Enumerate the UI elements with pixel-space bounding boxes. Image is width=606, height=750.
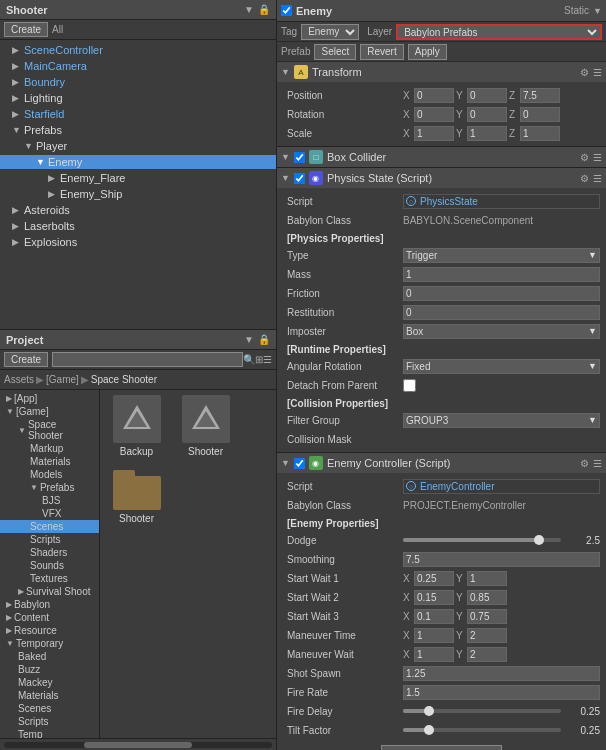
atree-vfx[interactable]: VFX bbox=[0, 507, 99, 520]
position-x-input[interactable] bbox=[414, 88, 454, 103]
breadcrumb-spaceshooter[interactable]: Space Shooter bbox=[91, 374, 157, 385]
hierarchy-item-explosions[interactable]: ▶Explosions bbox=[0, 234, 276, 250]
add-component-button[interactable]: Add Component bbox=[381, 745, 503, 750]
atree-tmp-materials[interactable]: Materials bbox=[0, 689, 99, 702]
rotation-z-input[interactable] bbox=[520, 107, 560, 122]
hierarchy-item-asteroids[interactable]: ▶Asteroids bbox=[0, 202, 276, 218]
hierarchy-item-starfield[interactable]: ▶Starfield bbox=[0, 106, 276, 122]
view-toggle-icon[interactable]: ⊞ bbox=[255, 354, 263, 365]
project-search-input[interactable] bbox=[52, 352, 243, 367]
atree-markup[interactable]: Markup bbox=[0, 442, 99, 455]
transform-menu[interactable]: ☰ bbox=[593, 67, 602, 78]
hierarchy-item-enemy-ship[interactable]: ▶Enemy_Ship bbox=[0, 186, 276, 202]
ec-dodge-thumb[interactable] bbox=[534, 535, 544, 545]
ec-tiltfactor-thumb[interactable] bbox=[424, 725, 434, 735]
hierarchy-item-enemy[interactable]: ▼Enemy bbox=[0, 154, 276, 170]
atree-bjs[interactable]: BJS bbox=[0, 494, 99, 507]
atree-temporary[interactable]: ▼ Temporary bbox=[0, 637, 99, 650]
atree-buzz[interactable]: Buzz bbox=[0, 663, 99, 676]
breadcrumb-assets[interactable]: Assets bbox=[4, 374, 34, 385]
hierarchy-minimize[interactable]: ▼ bbox=[244, 4, 254, 15]
atree-tmp-scenes[interactable]: Scenes bbox=[0, 702, 99, 715]
prefab-select-button[interactable]: Select bbox=[314, 44, 356, 60]
project-create-button[interactable]: Create bbox=[4, 352, 48, 367]
physics-state-menu[interactable]: ☰ bbox=[593, 173, 602, 184]
atree-spaceshooter[interactable]: ▼ Space Shooter bbox=[0, 418, 99, 442]
ps-friction-input[interactable] bbox=[403, 286, 600, 301]
ps-filtergroup-dropdown[interactable]: GROUP3▼ bbox=[403, 413, 600, 428]
hierarchy-item-laserbolts[interactable]: ▶Laserbolts bbox=[0, 218, 276, 234]
ec-sw3-y-input[interactable] bbox=[467, 609, 507, 624]
breadcrumb-game[interactable]: [Game] bbox=[46, 374, 79, 385]
ec-mw-x-input[interactable] bbox=[414, 647, 454, 662]
physics-state-gear[interactable]: ⚙ bbox=[580, 173, 589, 184]
inspector-static-dropdown[interactable]: ▼ bbox=[593, 6, 602, 16]
atree-app[interactable]: ▶ [App] bbox=[0, 392, 99, 405]
ec-shotspawn-input[interactable] bbox=[403, 666, 600, 681]
enemy-controller-checkbox[interactable] bbox=[294, 458, 305, 469]
scale-x-input[interactable] bbox=[414, 126, 454, 141]
asset-shooter-folder[interactable]: Shooter bbox=[104, 461, 169, 524]
box-collider-gear[interactable]: ⚙ bbox=[580, 152, 589, 163]
atree-models[interactable]: Models bbox=[0, 468, 99, 481]
box-collider-menu[interactable]: ☰ bbox=[593, 152, 602, 163]
scale-z-input[interactable] bbox=[520, 126, 560, 141]
ec-sw2-x-input[interactable] bbox=[414, 590, 454, 605]
project-minimize[interactable]: ▼ bbox=[244, 334, 254, 345]
ec-sw1-x-input[interactable] bbox=[414, 571, 454, 586]
inspector-active-checkbox[interactable] bbox=[281, 5, 292, 16]
ec-smoothing-input[interactable] bbox=[403, 552, 600, 567]
ps-type-dropdown[interactable]: Trigger▼ bbox=[403, 248, 600, 263]
assets-scrollbar[interactable] bbox=[0, 738, 276, 750]
asset-shooter-unity[interactable]: Shooter bbox=[173, 394, 238, 457]
box-collider-header[interactable]: ▼ □ Box Collider ⚙ ☰ bbox=[277, 147, 606, 167]
ec-sw3-x-input[interactable] bbox=[414, 609, 454, 624]
atree-scripts[interactable]: Scripts bbox=[0, 533, 99, 546]
ec-script-ref[interactable]: ○ EnemyController bbox=[403, 479, 600, 494]
asset-backup[interactable]: Backup bbox=[104, 394, 169, 457]
atree-content[interactable]: ▶ Content bbox=[0, 611, 99, 624]
enemy-controller-header[interactable]: ▼ ◉ Enemy Controller (Script) ⚙ ☰ bbox=[277, 453, 606, 473]
atree-textures[interactable]: Textures bbox=[0, 572, 99, 585]
tag-select[interactable]: Enemy bbox=[301, 24, 359, 40]
ec-tiltfactor-track[interactable] bbox=[403, 728, 561, 732]
project-settings-icon[interactable]: ☰ bbox=[263, 354, 272, 365]
prefab-revert-button[interactable]: Revert bbox=[360, 44, 403, 60]
ps-restitution-input[interactable] bbox=[403, 305, 600, 320]
project-lock[interactable]: 🔒 bbox=[258, 334, 270, 345]
hierarchy-item-maincamera[interactable]: ▶MainCamera bbox=[0, 58, 276, 74]
hierarchy-item-player[interactable]: ▼Player bbox=[0, 138, 276, 154]
atree-resource[interactable]: ▶ Resource bbox=[0, 624, 99, 637]
atree-shaders[interactable]: Shaders bbox=[0, 546, 99, 559]
ec-dodge-track[interactable] bbox=[403, 538, 561, 542]
hierarchy-create-button[interactable]: Create bbox=[4, 22, 48, 37]
enemy-controller-menu[interactable]: ☰ bbox=[593, 458, 602, 469]
hierarchy-item-scenecontroller[interactable]: ▶SceneController bbox=[0, 42, 276, 58]
physics-state-header[interactable]: ▼ ◉ Physics State (Script) ⚙ ☰ bbox=[277, 168, 606, 188]
atree-game[interactable]: ▼ [Game] bbox=[0, 405, 99, 418]
atree-mackey[interactable]: Mackey bbox=[0, 676, 99, 689]
position-z-input[interactable] bbox=[520, 88, 560, 103]
atree-sounds[interactable]: Sounds bbox=[0, 559, 99, 572]
scale-y-input[interactable] bbox=[467, 126, 507, 141]
ec-sw2-y-input[interactable] bbox=[467, 590, 507, 605]
hierarchy-item-boundry[interactable]: ▶Boundry bbox=[0, 74, 276, 90]
ps-angular-dropdown[interactable]: Fixed▼ bbox=[403, 359, 600, 374]
atree-scenes[interactable]: Scenes bbox=[0, 520, 99, 533]
ec-mt-y-input[interactable] bbox=[467, 628, 507, 643]
atree-tmp-scripts[interactable]: Scripts bbox=[0, 715, 99, 728]
ec-firedelay-track[interactable] bbox=[403, 709, 561, 713]
box-collider-checkbox[interactable] bbox=[294, 152, 305, 163]
ps-mass-input[interactable] bbox=[403, 267, 600, 282]
position-y-input[interactable] bbox=[467, 88, 507, 103]
ps-script-ref[interactable]: ○ PhysicsState bbox=[403, 194, 600, 209]
ec-firerate-input[interactable] bbox=[403, 685, 600, 700]
physics-state-checkbox[interactable] bbox=[294, 173, 305, 184]
atree-temp[interactable]: Temp bbox=[0, 728, 99, 738]
prefab-apply-button[interactable]: Apply bbox=[408, 44, 447, 60]
transform-gear[interactable]: ⚙ bbox=[580, 67, 589, 78]
ec-sw1-y-input[interactable] bbox=[467, 571, 507, 586]
layer-select[interactable]: Babylon Prefabs bbox=[396, 24, 602, 40]
ps-imposter-dropdown[interactable]: Box▼ bbox=[403, 324, 600, 339]
ps-detach-checkbox[interactable] bbox=[403, 379, 416, 392]
